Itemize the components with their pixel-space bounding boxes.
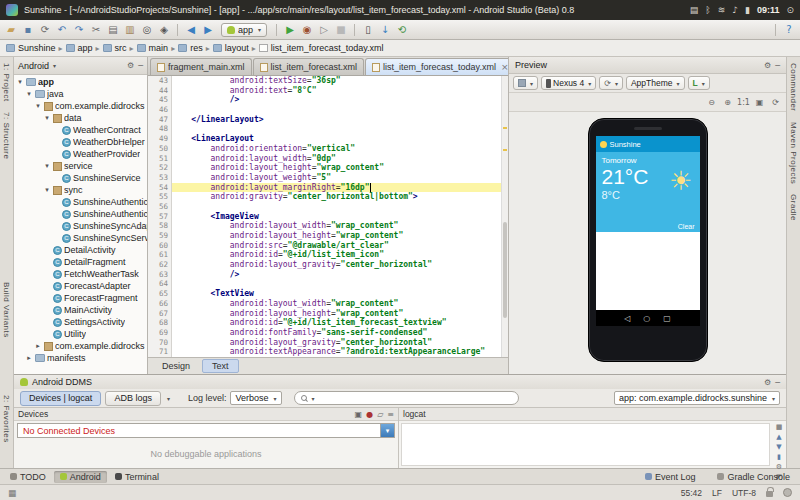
encoding-indicator[interactable]: UTF-8 <box>732 488 756 498</box>
logcat-search-input[interactable]: ▾ <box>294 391 519 405</box>
toolwindow-button[interactable]: 7: Structure <box>2 112 11 159</box>
copy-icon[interactable]: ▤ <box>106 23 120 37</box>
ddms-tab[interactable]: Devices | logcat <box>20 391 101 406</box>
lock-icon[interactable] <box>766 491 773 497</box>
bluetooth-icon[interactable]: ᛒ <box>705 5 710 15</box>
editor-mode-tab-text[interactable]: Text <box>202 359 239 373</box>
tree-item[interactable]: CForecastAdapter <box>14 280 147 292</box>
logcat-output[interactable] <box>401 423 770 466</box>
settings-gear-icon[interactable]: ⚙ <box>764 378 771 387</box>
toolwindow-todo[interactable]: TODO <box>4 471 52 483</box>
tree-item[interactable]: ▾java <box>14 88 147 100</box>
caret-position[interactable]: 55:42 <box>681 488 702 498</box>
battery-icon[interactable]: ▮ <box>745 5 750 15</box>
open-icon[interactable]: ▰ <box>4 23 18 37</box>
paste-icon[interactable]: ▥ <box>123 23 137 37</box>
tree-arrow-icon[interactable]: ▾ <box>34 102 42 110</box>
toolwindow-button[interactable]: Maven Projects <box>789 122 798 184</box>
editor-tab[interactable]: list_item_forecast_today.xml× <box>365 58 515 75</box>
tree-item[interactable]: CSunshineService <box>14 172 147 184</box>
tree-item[interactable]: ▾com.example.didrocks <box>14 100 147 112</box>
help-icon[interactable]: ? <box>782 23 796 37</box>
layout-inspector-icon[interactable]: ▱ <box>377 410 383 419</box>
breadcrumb-item[interactable]: app <box>66 43 93 53</box>
redo-icon[interactable]: ↷ <box>72 23 86 37</box>
toolwindow-button[interactable]: Gradle <box>789 194 798 221</box>
line-separator-indicator[interactable]: LF <box>712 488 722 498</box>
tree-item[interactable]: CSunshineAuthenticator <box>14 196 147 208</box>
editor-scrollbar[interactable] <box>501 76 508 357</box>
sdk-manager-icon[interactable]: ↓ <box>378 23 392 37</box>
device-selector[interactable]: No Connected Devices ▾ <box>17 423 395 438</box>
breadcrumb-item[interactable]: res <box>178 43 203 53</box>
tree-arrow-icon[interactable]: ▸ <box>34 342 42 350</box>
tree-item[interactable]: ▾app <box>14 76 147 88</box>
tree-arrow-icon[interactable]: ▾ <box>25 90 33 98</box>
zoom-fit-icon[interactable]: ▣ <box>753 96 766 109</box>
theme-select[interactable]: AppTheme ▾ <box>626 76 685 90</box>
sound-icon[interactable]: ♪ <box>732 5 738 15</box>
scroll-down-icon[interactable]: ▼ <box>774 443 785 451</box>
tree-arrow-icon[interactable]: ▾ <box>16 78 24 86</box>
inspections-profile-icon[interactable] <box>783 488 792 497</box>
tree-item[interactable]: CUtility <box>14 328 147 340</box>
screen-record-icon[interactable]: ● <box>366 410 373 419</box>
editor-tab[interactable]: list_item_forecast.xml <box>253 58 365 75</box>
breadcrumb-item[interactable]: layout <box>213 43 249 53</box>
run-configuration-select[interactable]: app▾ <box>221 23 267 37</box>
tree-item[interactable]: CForecastFragment <box>14 292 147 304</box>
clear-logcat-icon[interactable]: ■ <box>774 423 785 431</box>
tree-item[interactable]: CWeatherContract <box>14 124 147 136</box>
network-icon[interactable]: ≋ <box>718 5 726 15</box>
power-icon[interactable]: ⊙ <box>786 5 794 15</box>
chevron-down-icon[interactable]: ▾ <box>380 424 394 437</box>
tree-item[interactable]: ▸com.example.didrocks <box>14 340 147 352</box>
log-level-select[interactable]: Verbose ▾ <box>230 391 281 405</box>
screenshot-icon[interactable]: ▣ <box>355 410 363 419</box>
settings-gear-icon[interactable]: ⚙ <box>127 61 134 70</box>
tree-item[interactable]: CSettingsActivity <box>14 316 147 328</box>
configuration-select[interactable]: ▾ <box>513 76 538 90</box>
refresh-icon[interactable]: ⟳ <box>769 96 782 109</box>
toolwindow-terminal[interactable]: Terminal <box>109 471 165 483</box>
editor-tab[interactable]: fragment_main.xml <box>150 58 252 75</box>
tree-arrow-icon[interactable]: ▾ <box>43 114 51 122</box>
tree-item[interactable]: CDetailFragment <box>14 256 147 268</box>
save-icon[interactable]: ▪ <box>21 23 35 37</box>
keyboard-icon[interactable]: ▤ <box>690 5 699 15</box>
orientation-select[interactable]: ⟳ ▾ <box>599 76 623 90</box>
tree-arrow-icon[interactable]: ▾ <box>43 186 51 194</box>
replace-icon[interactable]: ◈ <box>157 23 171 37</box>
hide-panel-icon[interactable]: ─ <box>775 61 780 70</box>
toolwindow-button[interactable]: Build Variants <box>2 282 11 338</box>
debug-icon[interactable]: ◉ <box>300 23 314 37</box>
tree-item[interactable]: CSunshineSyncAdapter <box>14 220 147 232</box>
zoom-actual-icon[interactable]: 1:1 <box>737 96 750 109</box>
forward-icon[interactable]: ▶ <box>201 23 215 37</box>
clock[interactable]: 09:11 <box>757 5 780 15</box>
tree-item[interactable]: ▸manifests <box>14 352 147 364</box>
sync-icon[interactable]: ⟳ <box>38 23 52 37</box>
zoom-in-icon[interactable]: ⊕ <box>721 96 734 109</box>
overflow-icon[interactable]: ≡ <box>387 410 394 419</box>
toolwindow-android[interactable]: Android <box>54 471 107 483</box>
scrollbar-thumb[interactable] <box>503 222 507 318</box>
scroll-up-icon[interactable]: ▲ <box>774 433 785 441</box>
tree-item[interactable]: CWeatherProvider <box>14 148 147 160</box>
back-icon[interactable]: ◀ <box>184 23 198 37</box>
editor-mode-tab-design[interactable]: Design <box>152 359 200 373</box>
cut-icon[interactable]: ✂ <box>89 23 103 37</box>
stop-icon[interactable]: ■ <box>334 23 348 37</box>
breadcrumb-item[interactable]: main <box>137 43 169 53</box>
hide-panel-icon[interactable]: ─ <box>775 378 780 387</box>
tree-arrow-icon[interactable]: ▾ <box>43 162 51 170</box>
toolwindow-button[interactable]: 1: Project <box>2 63 11 102</box>
device-select[interactable]: Nexus 4 ▾ <box>541 76 596 90</box>
toolwindow-gradle-console[interactable]: Gradle Console <box>711 471 796 483</box>
ddms-tab[interactable]: ADB logs <box>105 391 161 406</box>
attach-icon[interactable]: ▷ <box>317 23 331 37</box>
tree-item[interactable]: ▾sync <box>14 184 147 196</box>
app-filter-select[interactable]: app: com.example.didrocks.sunshine ▾ <box>614 391 780 405</box>
breadcrumb-item[interactable]: list_item_forecast_today.xml <box>259 43 384 53</box>
project-view-select[interactable]: Android ▾ <box>18 61 56 71</box>
